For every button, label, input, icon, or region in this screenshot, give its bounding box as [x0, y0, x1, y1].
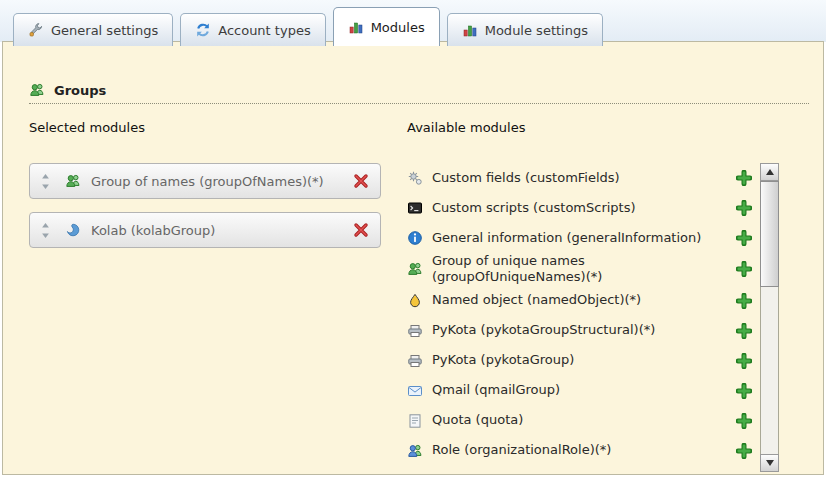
available-module-label: Role (organizationalRole)(*) [432, 442, 611, 458]
available-module-label: Custom fields (customFields) [432, 170, 620, 186]
green-plus-icon[interactable] [736, 261, 752, 277]
available-module-row: Group of unique names (groupOfUniqueName… [407, 253, 760, 286]
selected-modules-column: Selected modules [29, 120, 381, 472]
printer-icon [407, 323, 423, 339]
document-icon [407, 413, 423, 429]
green-plus-icon[interactable] [736, 383, 752, 399]
bar-chart-icon [462, 22, 478, 38]
red-x-icon[interactable] [353, 173, 369, 189]
red-x-icon[interactable] [353, 222, 369, 238]
available-module-row: PyKota (pykotaGroupStructural)(*) [407, 316, 760, 346]
green-plus-icon[interactable] [736, 200, 752, 216]
available-module-row: Named object (namedObject)(*) [407, 286, 760, 316]
tab-module-settings[interactable]: Module settings [447, 13, 603, 46]
green-plus-icon[interactable] [736, 413, 752, 429]
tab-bar: General settings Account types [13, 7, 603, 46]
available-module-label: Qmail (qmailGroup) [432, 382, 560, 398]
available-module-label: General information (generalInformation) [432, 230, 701, 246]
available-module-label: Group of unique names (groupOfUniqueName… [432, 253, 728, 286]
info-icon [407, 230, 423, 246]
printer-icon [407, 353, 423, 369]
content-panel: Groups Selected modules [2, 41, 824, 475]
available-modules-list: Custom fields (customFields) [407, 163, 779, 472]
available-module-row: Quota (quota) [407, 406, 760, 436]
group-icon [65, 173, 81, 189]
available-module-label: Named object (namedObject)(*) [432, 292, 641, 308]
modules-columns: Selected modules [29, 120, 779, 472]
tab-label: Module settings [485, 23, 588, 38]
green-plus-icon[interactable] [736, 230, 752, 246]
scrollbar-track[interactable] [761, 180, 778, 454]
available-module-label: PyKota (pykotaGroup) [432, 352, 574, 368]
scrollbar[interactable] [760, 163, 779, 472]
available-module-row: General information (generalInformation) [407, 223, 760, 253]
section-title: Groups [54, 83, 106, 98]
selected-modules-heading: Selected modules [29, 120, 381, 137]
drag-handle-icon[interactable] [41, 223, 50, 238]
available-modules-heading: Available modules [407, 120, 779, 137]
groups-icon [29, 82, 45, 98]
kolab-icon [65, 222, 81, 238]
wrench-icon [28, 22, 44, 38]
scrollbar-thumb[interactable] [760, 181, 779, 287]
selected-module-row[interactable]: Kolab (kolabGroup) [29, 212, 381, 248]
bar-chart-icon [348, 19, 364, 35]
selected-module-row[interactable]: Group of names (groupOfNames)(*) [29, 163, 381, 199]
triangle-down-icon [766, 460, 774, 466]
green-plus-icon[interactable] [736, 323, 752, 339]
green-plus-icon[interactable] [736, 443, 752, 459]
available-modules-column: Available modules [407, 120, 779, 472]
available-module-label: PyKota (pykotaGroupStructural)(*) [432, 322, 655, 338]
scroll-down-button[interactable] [760, 454, 779, 472]
script-icon [407, 200, 423, 216]
tab-general-settings[interactable]: General settings [13, 13, 173, 46]
green-plus-icon[interactable] [736, 170, 752, 186]
droplet-icon [407, 293, 423, 309]
tab-label: Modules [371, 20, 425, 35]
envelope-icon [407, 383, 423, 399]
drag-handle-icon[interactable] [41, 174, 50, 189]
available-module-row: PyKota (pykotaGroup) [407, 346, 760, 376]
available-module-row: Custom scripts (customScripts) [407, 193, 760, 223]
tab-modules[interactable]: Modules [333, 7, 440, 46]
group-icon [407, 261, 423, 277]
role-icon [407, 443, 423, 459]
available-module-row: Custom fields (customFields) [407, 163, 760, 193]
available-module-label: Quota (quota) [432, 412, 523, 428]
triangle-up-icon [766, 169, 774, 175]
selected-module-label: Kolab (kolabGroup) [91, 223, 353, 238]
green-plus-icon[interactable] [736, 293, 752, 309]
page: General settings Account types [0, 0, 826, 482]
green-plus-icon[interactable] [736, 353, 752, 369]
available-module-row: Role (organizationalRole)(*) [407, 436, 760, 466]
available-module-label: Custom scripts (customScripts) [432, 200, 636, 216]
tab-label: Account types [218, 23, 310, 38]
section-header: Groups [29, 82, 809, 104]
scroll-up-button[interactable] [760, 163, 779, 181]
gears-icon [407, 170, 423, 186]
sync-icon [195, 22, 211, 38]
selected-module-label: Group of names (groupOfNames)(*) [91, 174, 353, 189]
tab-label: General settings [51, 23, 158, 38]
tab-account-types[interactable]: Account types [180, 13, 325, 46]
available-module-row: Qmail (qmailGroup) [407, 376, 760, 406]
